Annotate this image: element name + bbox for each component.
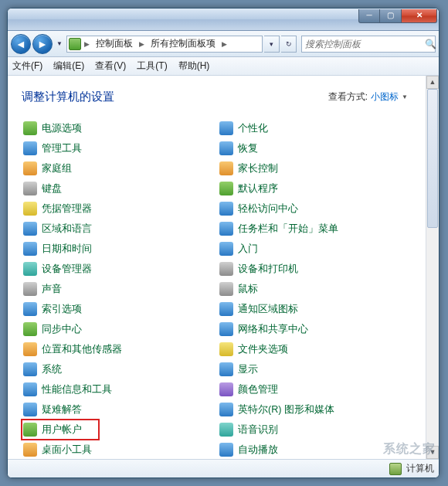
control-panel-item[interactable]: 同步中心	[22, 319, 212, 339]
address-dropdown-button[interactable]: ▾	[264, 36, 280, 53]
item-icon	[219, 222, 233, 236]
control-panel-item[interactable]: 用户帐户	[22, 420, 99, 440]
minimize-button[interactable]: ─	[358, 9, 380, 23]
item-icon	[23, 362, 37, 376]
items-grid: 电源选项管理工具家庭组键盘凭据管理器区域和语言日期和时间设备管理器声音索引选项同…	[22, 118, 433, 459]
menu-view[interactable]: 查看(V)	[95, 59, 126, 73]
control-panel-item[interactable]: 网络和共享中心	[218, 319, 408, 339]
address-bar[interactable]: ▶ 控制面板 ▶ 所有控制面板项 ▶	[66, 36, 263, 53]
item-label: 个性化	[238, 122, 268, 135]
control-panel-item[interactable]: 桌面小工具	[22, 440, 212, 459]
control-panel-item[interactable]: 索引选项	[22, 299, 212, 319]
item-icon	[219, 423, 233, 437]
item-icon	[23, 242, 37, 256]
control-panel-item[interactable]: 系统	[22, 359, 212, 379]
nav-history-dropdown[interactable]: ▼	[54, 40, 65, 47]
control-panel-item[interactable]: 自动播放	[218, 440, 408, 459]
menu-edit[interactable]: 编辑(E)	[53, 59, 84, 73]
item-icon	[23, 342, 37, 356]
search-input[interactable]	[302, 39, 425, 49]
control-panel-item[interactable]: 性能信息和工具	[22, 379, 212, 399]
control-panel-item[interactable]: 英特尔(R) 图形和媒体	[218, 399, 408, 420]
forward-button[interactable]: ►	[32, 34, 53, 54]
titlebar: ─ ▢ ✕	[8, 8, 439, 31]
scroll-down-button[interactable]: ▼	[426, 446, 439, 459]
search-box[interactable]: 🔍	[301, 36, 436, 53]
item-label: 键盘	[42, 182, 62, 195]
close-button[interactable]: ✕	[402, 9, 437, 23]
control-panel-item[interactable]: 语音识别	[218, 420, 408, 440]
item-icon	[219, 161, 233, 175]
item-icon	[23, 382, 37, 396]
back-button[interactable]: ◄	[11, 34, 31, 54]
control-panel-item[interactable]: 区域和语言	[22, 219, 212, 239]
computer-icon	[389, 463, 402, 475]
control-panel-item[interactable]: 管理工具	[22, 138, 212, 158]
item-label: 系统	[42, 363, 62, 376]
control-panel-item[interactable]: 任务栏和「开始」菜单	[218, 219, 408, 239]
scroll-thumb[interactable]	[427, 89, 438, 228]
scroll-up-button[interactable]: ▲	[426, 76, 439, 89]
control-panel-item[interactable]: 设备和打印机	[218, 259, 408, 279]
vertical-scrollbar[interactable]: ▲ ▼	[426, 76, 439, 459]
status-bar: 计算机	[8, 459, 439, 478]
control-panel-item[interactable]: 默认程序	[218, 178, 408, 199]
control-panel-item[interactable]: 键盘	[22, 178, 212, 199]
view-by-selector[interactable]: 查看方式: 小图标 ▼	[328, 90, 408, 104]
control-panel-item[interactable]: 日期和时间	[22, 239, 212, 259]
search-icon[interactable]: 🔍	[425, 39, 436, 49]
control-panel-item[interactable]: 声音	[22, 279, 212, 299]
item-icon	[219, 322, 233, 336]
item-label: 家庭组	[42, 162, 72, 175]
menu-tools[interactable]: 工具(T)	[137, 59, 167, 73]
item-icon	[23, 161, 37, 175]
window: ─ ▢ ✕ ◄ ► ▼ ▶ 控制面板 ▶ 所有控制面板项 ▶ ▾ ↻ 🔍 文件(…	[7, 8, 440, 478]
chevron-down-icon: ▼	[402, 93, 408, 100]
item-icon	[219, 342, 233, 356]
control-panel-item[interactable]: 凭据管理器	[22, 199, 212, 219]
control-panel-item[interactable]: 鼠标	[218, 279, 408, 299]
item-label: 自动播放	[238, 444, 278, 457]
item-label: 英特尔(R) 图形和媒体	[238, 403, 334, 416]
control-panel-item[interactable]: 入门	[218, 239, 408, 259]
menu-file[interactable]: 文件(F)	[12, 59, 42, 73]
item-icon	[23, 423, 37, 437]
control-panel-item[interactable]: 疑难解答	[22, 399, 212, 420]
item-label: 疑难解答	[42, 403, 82, 416]
control-panel-item[interactable]: 轻松访问中心	[218, 199, 408, 219]
menu-bar: 文件(F) 编辑(E) 查看(V) 工具(T) 帮助(H)	[8, 57, 439, 76]
control-panel-item[interactable]: 显示	[218, 359, 408, 379]
control-panel-item[interactable]: 电源选项	[22, 118, 212, 138]
item-label: 性能信息和工具	[42, 383, 112, 396]
item-icon	[219, 262, 233, 276]
breadcrumb-all-items[interactable]: 所有控制面板项	[148, 36, 219, 52]
control-panel-item[interactable]: 设备管理器	[22, 259, 212, 279]
item-label: 文件夹选项	[238, 343, 288, 356]
item-icon	[219, 302, 233, 316]
item-label: 用户帐户	[42, 423, 82, 437]
item-label: 管理工具	[42, 142, 82, 155]
items-column-right: 个性化恢复家长控制默认程序轻松访问中心任务栏和「开始」菜单入门设备和打印机鼠标通…	[218, 118, 408, 459]
control-panel-item[interactable]: 恢复	[218, 138, 408, 158]
item-icon	[219, 282, 233, 296]
item-icon	[23, 141, 37, 155]
menu-help[interactable]: 帮助(H)	[178, 59, 210, 73]
control-panel-icon	[69, 38, 81, 50]
breadcrumb-sep-icon: ▶	[220, 40, 229, 48]
maximize-button[interactable]: ▢	[380, 9, 402, 23]
item-label: 轻松访问中心	[238, 202, 298, 216]
control-panel-item[interactable]: 位置和其他传感器	[22, 339, 212, 359]
navigation-bar: ◄ ► ▼ ▶ 控制面板 ▶ 所有控制面板项 ▶ ▾ ↻ 🔍	[8, 31, 439, 57]
refresh-button[interactable]: ↻	[281, 36, 297, 53]
control-panel-item[interactable]: 家庭组	[22, 158, 212, 178]
control-panel-item[interactable]: 个性化	[218, 118, 408, 138]
control-panel-item[interactable]: 家长控制	[218, 158, 408, 178]
window-controls: ─ ▢ ✕	[358, 9, 437, 23]
view-by-value[interactable]: 小图标	[371, 90, 399, 104]
control-panel-item[interactable]: 文件夹选项	[218, 339, 408, 359]
item-icon	[23, 222, 37, 236]
control-panel-item[interactable]: 颜色管理	[218, 379, 408, 399]
item-label: 语音识别	[238, 423, 278, 437]
control-panel-item[interactable]: 通知区域图标	[218, 299, 408, 319]
breadcrumb-control-panel[interactable]: 控制面板	[93, 36, 136, 52]
